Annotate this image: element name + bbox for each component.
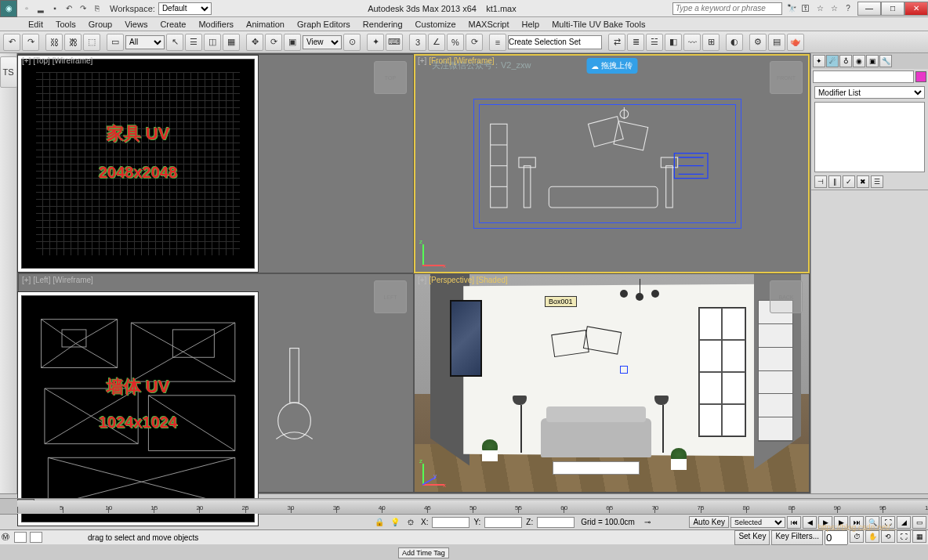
next-frame-button[interactable]: ▶ [834, 516, 848, 529]
play-button[interactable]: ▶ [818, 516, 832, 529]
viewport-persp-label[interactable]: [+] [Perspective] [Shaded] [418, 276, 508, 284]
align-button[interactable]: ≣ [627, 34, 644, 51]
manipulate-button[interactable]: ✦ [367, 34, 384, 51]
setkey-button[interactable]: Set Key [734, 530, 770, 545]
autokey-button[interactable]: Auto Key [689, 516, 729, 528]
selection-filter-combo[interactable]: All [125, 35, 165, 49]
snap-toggle-button[interactable]: 3 [409, 34, 426, 51]
render-button[interactable]: 🫖 [787, 34, 804, 51]
unique-icon[interactable]: ✓ [843, 175, 855, 188]
nav-pan-icon[interactable]: ✋ [865, 530, 879, 543]
viewport-front[interactable]: [+] [Front] [Wireframe] 关注微信公众号：V2_zxw ☁… [415, 55, 809, 273]
schematic-button[interactable]: ⊞ [702, 34, 720, 51]
time-config-button[interactable]: ⏱ [850, 530, 864, 543]
help-icon[interactable]: ? [842, 2, 854, 15]
menu-group[interactable]: Group [82, 18, 119, 31]
maxscript-icon[interactable]: Ⓜ [0, 532, 11, 543]
pivot-button[interactable]: ⊙ [343, 34, 361, 51]
z-input[interactable] [537, 517, 575, 528]
viewport-left-label[interactable]: [+] [Left] [Wireframe] [22, 276, 93, 284]
menu-tools[interactable]: Tools [49, 18, 82, 31]
object-color-swatch[interactable] [915, 71, 926, 82]
nav-orbit-icon[interactable]: ⟲ [881, 530, 895, 543]
window-crossing-button[interactable]: ▦ [223, 34, 240, 51]
new-icon[interactable]: ▫ [20, 2, 33, 15]
maximize-button[interactable]: □ [881, 2, 904, 16]
rotate-button[interactable]: ⟳ [265, 34, 282, 51]
show-end-icon[interactable]: ∥ [828, 175, 841, 188]
material-editor-button[interactable]: ◐ [726, 34, 743, 51]
goto-end-button[interactable]: ⏭ [850, 516, 864, 529]
isolate-icon[interactable]: 💡 [389, 516, 401, 529]
nav-extra-icon[interactable]: ▦ [912, 530, 926, 543]
hierarchy-tab-icon[interactable]: ♁ [839, 55, 852, 67]
utilities-tab-icon[interactable]: 🔧 [879, 55, 892, 67]
viewcube-top[interactable]: TOP [374, 61, 407, 94]
viewcube-left[interactable]: LEFT [374, 280, 407, 313]
current-frame-input[interactable] [825, 530, 848, 545]
open-icon[interactable]: ▂ [34, 2, 47, 15]
viewport-top-label[interactable]: [+] [Top] [Wireframe] [22, 56, 92, 65]
mini-listener-2[interactable] [30, 532, 42, 543]
unlink-button[interactable]: ⛓̸ [64, 34, 82, 51]
modify-tab-icon[interactable]: ☄ [826, 55, 839, 67]
ribbon-toggle-button[interactable]: TS [0, 56, 17, 88]
layers-button[interactable]: ☱ [646, 34, 663, 51]
save-icon[interactable]: ▪ [49, 2, 61, 15]
redo-icon[interactable]: ↷ [77, 2, 89, 15]
menu-views[interactable]: Views [118, 18, 154, 31]
viewcube-front[interactable]: FRONT [770, 61, 803, 94]
object-name-input[interactable] [813, 70, 914, 83]
star-icon[interactable]: ☆ [814, 2, 826, 15]
help-search-input[interactable] [672, 2, 782, 15]
key-icon[interactable]: ⚿ [799, 2, 812, 15]
scale-button[interactable]: ▣ [284, 34, 301, 51]
nav-maxtoggle-icon[interactable]: ⛶ [897, 530, 911, 543]
nav-region-icon[interactable]: ▭ [912, 516, 926, 529]
render-setup-button[interactable]: ⚙ [749, 34, 767, 51]
menu-modifiers[interactable]: Modifiers [192, 18, 240, 31]
viewport-front-label[interactable]: [+] [Front] [Wireframe] [418, 56, 495, 65]
menu-customize[interactable]: Customize [409, 18, 462, 31]
app-icon[interactable]: ◉ [0, 0, 17, 17]
menu-create[interactable]: Create [154, 18, 192, 31]
percent-snap-button[interactable]: % [447, 34, 464, 51]
keymode-combo[interactable]: Selected [730, 517, 785, 528]
viewport-perspective[interactable]: Box001 [+] [Perspective] [Shaded] BACK z… [415, 274, 809, 492]
minimize-button[interactable]: — [857, 2, 881, 16]
motion-tab-icon[interactable]: ◉ [853, 55, 865, 67]
redo-button[interactable]: ↷ [22, 34, 39, 51]
y-input[interactable] [484, 517, 522, 528]
move-button[interactable]: ✥ [246, 34, 263, 51]
x-input[interactable] [432, 517, 469, 528]
angle-snap-button[interactable]: ∠ [428, 34, 445, 51]
undo-button[interactable]: ↶ [3, 34, 20, 51]
select-object-button[interactable]: ↖ [166, 34, 183, 51]
menu-edit[interactable]: Edit [22, 18, 49, 31]
link-button[interactable]: ⛓ [45, 34, 63, 51]
spinner-snap-button[interactable]: ⟳ [466, 34, 483, 51]
link-icon[interactable]: ⎘ [91, 2, 103, 15]
menu-grapheditors[interactable]: Graph Editors [291, 18, 357, 31]
menu-multitile[interactable]: Multi-Tile UV Bake Tools [546, 18, 651, 31]
named-button[interactable]: ≡ [489, 34, 506, 51]
select-by-name-button[interactable]: ☰ [185, 34, 202, 51]
bind-button[interactable]: ⬚ [83, 34, 100, 51]
close-button[interactable]: ✕ [904, 2, 928, 16]
modifier-list-combo[interactable]: Modifier List [814, 86, 925, 99]
keyfilters-button[interactable]: Key Filters... [771, 530, 823, 545]
add-time-tag[interactable]: Add Time Tag [398, 547, 449, 558]
display-tab-icon[interactable]: ▣ [866, 55, 879, 67]
viewcube-persp[interactable]: BACK [770, 280, 803, 313]
mirror-button[interactable]: ⇄ [608, 34, 625, 51]
nav-zoomall-icon[interactable]: ⛶ [881, 516, 895, 529]
graphite-button[interactable]: ◧ [665, 34, 682, 51]
menu-rendering[interactable]: Rendering [357, 18, 409, 31]
star2-icon[interactable]: ☆ [828, 2, 840, 15]
modifier-stack[interactable] [814, 102, 925, 172]
upload-button[interactable]: ☁ 拖拽上传 [586, 58, 637, 74]
selection-lock-icon[interactable]: ⯐ [404, 516, 417, 529]
prev-frame-button[interactable]: ◀ [803, 516, 817, 529]
menu-animation[interactable]: Animation [240, 18, 291, 31]
pin-stack-icon[interactable]: ⊣ [814, 175, 827, 188]
